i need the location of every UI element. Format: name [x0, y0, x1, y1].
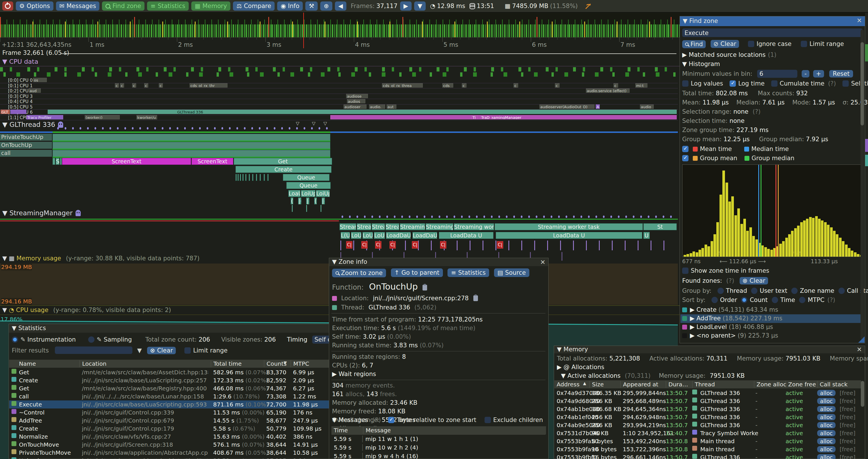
help-icon[interactable]: (?): [827, 297, 835, 303]
allocation-row[interactable]: 0x7531d7b04096 KB1:10 234,952,16112:40.7…: [554, 429, 861, 437]
expander-arrow-icon[interactable]: ▶: [332, 370, 339, 378]
found-zone-group[interactable]: ▶ AddTree (18,542) 227.19 ms: [680, 314, 861, 323]
found-zone-group[interactable]: ▶ LoadLevel (18) 406.88 µs: [680, 323, 861, 332]
alloc-duration: 12:40.7: [666, 430, 688, 437]
cpu-plot-header[interactable]: ▼ ◔ CPU usage (y-range: 0.78%, visible d…: [2, 306, 171, 314]
histogram-bar: [806, 219, 809, 257]
alloc-pill-button[interactable]: alloc: [817, 414, 836, 420]
expander-label[interactable]: Wait regions: [339, 370, 376, 378]
alloc-pill-button[interactable]: alloc: [817, 398, 836, 404]
zi-source-button[interactable]: ▤Source: [494, 268, 529, 277]
exclude-children-checkbox[interactable]: [485, 417, 491, 423]
allocation-row[interactable]: 0x74ab9e5040256 KB293,994,219ns13:50.7GL…: [554, 421, 861, 429]
allocation-row[interactable]: 0x7553b9fbf016 bytes296,661,146ns13:50.7…: [554, 453, 861, 459]
stats-limit-checkbox[interactable]: [184, 347, 191, 354]
alloc-zone-alloc: -: [755, 430, 757, 437]
allocations-expander[interactable]: ▶ @ Allocations: [557, 364, 604, 370]
histogram-axis-row: 677 ns ⟵ 112.66 µs ⟶ 113.33 µs: [682, 258, 838, 264]
histogram-bar: [779, 244, 782, 257]
zoom-to-zone-button[interactable]: Zoom to zone: [332, 269, 386, 277]
group-info: (9) 225.73 µs: [738, 332, 778, 339]
go-to-parent-button[interactable]: ↑Go to parent: [391, 268, 443, 277]
filter-input[interactable]: [55, 347, 132, 354]
ignore-case-checkbox[interactable]: [748, 41, 754, 47]
alloc-pill-button[interactable]: alloc: [817, 390, 836, 396]
allocation-row[interactable]: 0x74a9d68040256 KB295,668,489ns13:50.7GL…: [554, 397, 861, 405]
self-time-checkbox[interactable]: [842, 80, 849, 87]
zone-color-swatch: [11, 433, 17, 438]
sort-by-radio-order[interactable]: [711, 297, 718, 303]
zone-color-swatch: [11, 449, 17, 454]
alloc-pill-button[interactable]: alloc: [817, 406, 836, 412]
find-zone-histogram[interactable]: 1 µs 10 µs: [682, 164, 864, 257]
alloc-pill-button[interactable]: alloc: [817, 430, 836, 436]
find-zone-search-input[interactable]: Execute: [682, 28, 863, 37]
min-bin-input[interactable]: 6: [757, 70, 797, 78]
mean-legend-checkbox[interactable]: [682, 146, 688, 152]
histogram-bar: [764, 247, 767, 257]
active-allocations-expander[interactable]: ▼ Active allocations (70,311) Memory usa…: [561, 372, 745, 379]
memory-table-header[interactable]: Address ▲ Size Appeared at Dura… Thread …: [554, 380, 861, 388]
zi-statistics-button[interactable]: ≡Statistics: [447, 268, 489, 277]
detail-value: 23.46 KB: [390, 399, 417, 406]
zone-info-close-icon[interactable]: ✕: [540, 259, 546, 266]
alloc-pill-button[interactable]: alloc: [817, 454, 836, 459]
memory-close-icon[interactable]: ✕: [857, 346, 862, 353]
bin-plus-button[interactable]: +: [813, 70, 824, 77]
memory-totals: Total allocations: 5,221,308 Active allo…: [557, 355, 868, 362]
allocation-row[interactable]: 0x7553b9fa508 bytes153,492,240ns13:50.8M…: [554, 437, 861, 445]
log-time-checkbox[interactable]: [730, 80, 736, 87]
show-zone-time-checkbox[interactable]: [682, 267, 688, 274]
memory-titlebar[interactable]: ▼ Memory: [554, 346, 865, 353]
stat-name: Get: [19, 385, 29, 392]
allocation-row[interactable]: 0x74ab1ef040256 KB294,629,948ns13:50.7GL…: [554, 413, 861, 421]
sampling-radio[interactable]: [88, 336, 94, 343]
alloc-pill-button[interactable]: alloc: [817, 438, 836, 445]
found-clear-button[interactable]: ⊗Clear: [740, 277, 768, 285]
find-zone-close-icon[interactable]: ✕: [857, 17, 862, 24]
instrumentation-radio[interactable]: [12, 336, 18, 343]
find-button[interactable]: Find: [682, 40, 706, 48]
copy-clipboard-icon[interactable]: [423, 285, 427, 291]
messages-table-header[interactable]: Time Message: [332, 426, 546, 434]
log-values-checkbox[interactable]: [682, 80, 688, 87]
found-zone-group[interactable]: ▶ <no parent> (9) 225.73 µs: [680, 332, 861, 340]
sort-arrow-icon: ▼: [283, 360, 287, 365]
sort-by-radio-time[interactable]: [772, 297, 778, 303]
alloc-pill-button[interactable]: alloc: [817, 422, 836, 428]
cumulate-time-checkbox[interactable]: [771, 80, 777, 87]
sort-by-radio-count[interactable]: [741, 297, 747, 303]
cpu-plot-max: 17.86%: [1, 316, 22, 323]
group-by-radio-thread[interactable]: [717, 288, 724, 294]
bin-minus-button[interactable]: -: [802, 70, 810, 77]
alloc-thread: GLThread 336: [700, 398, 740, 404]
stats-clear-button[interactable]: ⊗Clear: [147, 347, 176, 354]
allocation-row[interactable]: 0x74ab1be040186.68 KB294,645,364ns13:50.…: [554, 405, 861, 413]
histogram-expander[interactable]: ▼ Histogram: [682, 61, 720, 67]
alloc-pill-button[interactable]: alloc: [817, 446, 836, 452]
location-color-swatch: [332, 296, 337, 301]
group-by-radio-call-stacks[interactable]: [838, 288, 845, 294]
funnel-icon[interactable]: ▼: [137, 347, 142, 354]
group-legend-checkbox[interactable]: [682, 155, 688, 161]
resize-grip[interactable]: [858, 336, 865, 343]
detail-label: Running state time:: [332, 342, 394, 349]
bin-reset-button[interactable]: Reset: [829, 70, 853, 77]
zone-info-titlebar[interactable]: ▼ Zone info: [329, 258, 548, 266]
found-zone-group[interactable]: ▶ Create (54,131) 643.34 ms: [680, 306, 861, 314]
sort-by-radio-mtpc[interactable]: [799, 297, 805, 303]
group-by-radio-zone-name[interactable]: [791, 288, 798, 294]
relative-time-checkbox[interactable]: [388, 417, 394, 423]
group-by-radio-user-text[interactable]: [751, 288, 757, 294]
allocation-row[interactable]: 0x7553b9fa9016 bytes153,722,396ns13:50.8…: [554, 445, 861, 453]
matched-locations-expander[interactable]: ▶ Matched source locations(1): [682, 52, 776, 58]
fz-clear-button[interactable]: ⊘Clear: [711, 40, 739, 48]
memory-scrollbar[interactable]: [861, 381, 864, 407]
fz-limit-checkbox[interactable]: [801, 41, 807, 47]
stat-total-time: 15.63 ms (0.00%): [213, 433, 265, 440]
copy-clipboard-icon[interactable]: [473, 295, 478, 301]
allocation-row[interactable]: 0x74a9d37040186.35 KB295,999,844ns13:50.…: [554, 389, 861, 397]
find-zone-scrollbar-thumb[interactable]: [861, 42, 864, 126]
find-zone-titlebar[interactable]: ▼ Find zone: [680, 17, 865, 26]
stat-total-time: 5.58 s (0.67%): [213, 425, 255, 432]
